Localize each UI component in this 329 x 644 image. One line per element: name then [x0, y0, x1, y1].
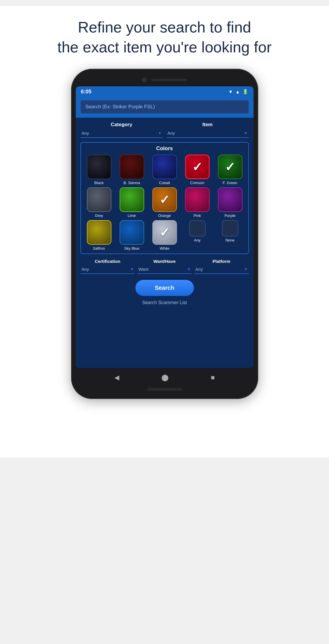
- swatch-bsienna: [120, 155, 144, 179]
- label-white: White: [160, 246, 169, 251]
- filter-row: Category Any ▼ Item Any ▼: [80, 122, 249, 138]
- label-any: Any: [194, 238, 200, 242]
- search-bar-container: Search (Ex: Striker Purple FSL): [76, 97, 254, 118]
- label-skyblue: Sky Blue: [124, 246, 139, 251]
- label-fgreen: F. Green: [223, 181, 237, 185]
- item-label: Item: [166, 122, 249, 128]
- headline-line1: Refine your search to find: [78, 19, 251, 36]
- category-select[interactable]: Any ▼: [80, 129, 163, 138]
- nav-home-button[interactable]: ⬤: [161, 374, 169, 381]
- color-item-none[interactable]: None: [215, 220, 245, 251]
- label-purple: Purple: [225, 213, 236, 218]
- platform-group: Platform Any ▼: [194, 259, 249, 274]
- item-arrow: ▼: [244, 131, 248, 135]
- swatch-any: [189, 220, 206, 237]
- item-group: Item Any ▼: [166, 122, 249, 138]
- color-item-lime[interactable]: Lime: [117, 187, 147, 218]
- swatch-black: [87, 155, 111, 179]
- label-cobalt: Cobalt: [159, 181, 170, 185]
- headline: Refine your search to find the exact ite…: [34, 6, 295, 69]
- color-item-crimson[interactable]: Crimson: [182, 155, 213, 185]
- label-crimson: Crimson: [190, 181, 204, 185]
- phone-bottom-bar: ◀ ⬤ ■: [76, 368, 254, 386]
- colors-title: Colors: [84, 145, 245, 152]
- swatch-saffron: [87, 220, 111, 245]
- certification-value: Any: [82, 267, 89, 272]
- color-item-skyblue[interactable]: Sky Blue: [117, 220, 147, 251]
- colors-grid: Black B. Sienna Cobalt: [84, 155, 245, 251]
- label-saffron: Saffron: [93, 246, 105, 251]
- category-group: Category Any ▼: [80, 122, 163, 138]
- certification-group: Certification Any ▼: [80, 259, 135, 274]
- swatch-skyblue: [120, 220, 144, 245]
- swatch-orange: [152, 187, 177, 212]
- label-bsienna: B. Sienna: [123, 181, 140, 185]
- label-grey: Grey: [95, 213, 103, 218]
- page-wrapper: Refine your search to find the exact ite…: [0, 6, 329, 458]
- spacer: [80, 305, 249, 364]
- color-item-white[interactable]: White: [149, 220, 180, 251]
- swatch-fgreen: [218, 155, 242, 179]
- platform-arrow: ▼: [244, 267, 248, 271]
- scammer-link[interactable]: Search Scammer List: [80, 300, 249, 305]
- nav-back-button[interactable]: ◀: [114, 374, 119, 381]
- color-item-grey[interactable]: Grey: [84, 187, 114, 218]
- label-none: None: [225, 238, 235, 242]
- want-have-arrow: ▼: [187, 267, 191, 271]
- phone-speaker: [152, 79, 187, 81]
- item-value: Any: [168, 131, 175, 136]
- color-item-black[interactable]: Black: [84, 155, 114, 185]
- colors-section: Colors Black B. Sienna: [80, 142, 249, 254]
- phone-camera: [142, 78, 147, 82]
- swatch-purple: [218, 187, 242, 212]
- color-item-pink[interactable]: Pink: [182, 187, 213, 218]
- phone-screen: 6:05 ▼ ▲ 🔋 Search (Ex: Striker Purple FS…: [76, 86, 254, 368]
- label-black: Black: [94, 181, 104, 185]
- color-item-cobalt[interactable]: Cobalt: [149, 155, 180, 185]
- main-content: Category Any ▼ Item Any ▼: [76, 118, 254, 368]
- category-value: Any: [82, 131, 89, 136]
- color-item-fgreen[interactable]: F. Green: [215, 155, 245, 185]
- search-button[interactable]: Search: [135, 280, 194, 296]
- swatch-pink: [185, 187, 210, 212]
- want-have-group: Want/Have Want ▼: [137, 259, 192, 274]
- battery-icon: 🔋: [242, 89, 248, 95]
- want-have-label: Want/Have: [137, 259, 192, 264]
- label-pink: Pink: [194, 213, 201, 218]
- want-have-select[interactable]: Want ▼: [137, 265, 192, 274]
- swatch-none: [222, 220, 238, 237]
- certification-select[interactable]: Any ▼: [80, 265, 135, 274]
- search-input[interactable]: Search (Ex: Striker Purple FSL): [80, 100, 249, 114]
- swatch-lime: [120, 187, 144, 212]
- signal-icon: ▲: [235, 89, 240, 95]
- certification-label: Certification: [80, 259, 135, 264]
- color-item-orange[interactable]: Orange: [149, 187, 180, 218]
- color-item-bsienna[interactable]: B. Sienna: [117, 155, 147, 185]
- nav-recent-button[interactable]: ■: [211, 374, 215, 381]
- label-lime: Lime: [128, 213, 136, 218]
- platform-label: Platform: [194, 259, 249, 264]
- color-item-saffron[interactable]: Saffron: [84, 220, 114, 251]
- platform-value: Any: [195, 267, 203, 272]
- platform-select[interactable]: Any ▼: [194, 265, 249, 274]
- status-bar: 6:05 ▼ ▲ 🔋: [76, 86, 254, 97]
- status-time: 6:05: [81, 89, 92, 95]
- bottom-filters: Certification Any ▼ Want/Have Want ▼: [80, 259, 249, 274]
- swatch-crimson: [185, 155, 210, 179]
- phone-shell: 6:05 ▼ ▲ 🔋 Search (Ex: Striker Purple FS…: [71, 69, 258, 399]
- certification-arrow: ▼: [130, 267, 134, 271]
- category-label: Category: [80, 122, 163, 128]
- wifi-icon: ▼: [228, 89, 233, 95]
- below-phone: [0, 399, 329, 458]
- headline-line2: the exact item you're looking for: [57, 39, 272, 56]
- item-select[interactable]: Any ▼: [166, 129, 249, 138]
- label-orange: Orange: [158, 213, 171, 218]
- category-arrow: ▼: [158, 131, 162, 135]
- swatch-cobalt: [152, 155, 177, 179]
- color-item-any[interactable]: Any: [182, 220, 213, 251]
- phone-top-bar: [76, 75, 254, 86]
- phone-bottom-strip: [147, 388, 182, 391]
- color-item-purple[interactable]: Purple: [215, 187, 245, 218]
- want-have-value: Want: [138, 267, 148, 272]
- swatch-grey: [87, 187, 111, 212]
